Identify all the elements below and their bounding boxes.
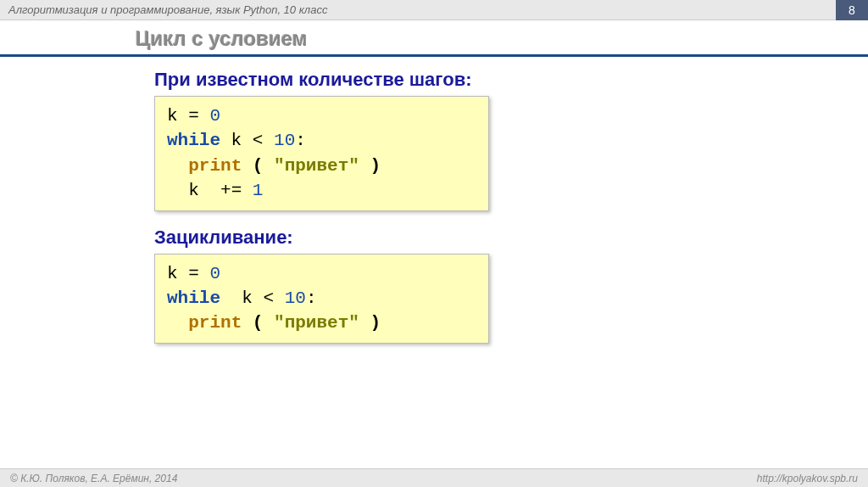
- code-line: while k < 10:: [167, 286, 476, 311]
- footer-copyright: © К.Ю. Поляков, Е.А. Ерёмин, 2014: [10, 473, 177, 484]
- header-title: Алгоритмизация и программирование, язык …: [8, 3, 327, 16]
- code-block-1: k = 0 while k < 10: print ( "привет" ) k…: [154, 96, 489, 211]
- code-line: k += 1: [167, 178, 476, 203]
- code-line: print ( "привет" ): [167, 154, 476, 178]
- footer: © К.Ю. Поляков, Е.А. Ерёмин, 2014 http:/…: [0, 468, 868, 487]
- slide-title: Цикл с условием: [0, 20, 868, 54]
- content: При известном количестве шагов: k = 0 wh…: [0, 57, 868, 344]
- code-line: k = 0: [167, 104, 476, 128]
- code-block-2: k = 0 while k < 10: print ( "привет" ): [154, 254, 489, 344]
- header: Алгоритмизация и программирование, язык …: [0, 0, 868, 20]
- code-line: k = 0: [167, 261, 476, 286]
- section2-title: Зацикливание:: [154, 227, 868, 249]
- section1-title: При известном количестве шагов:: [154, 69, 868, 91]
- code-line: print ( "привет" ): [167, 311, 476, 335]
- page-number: 8: [836, 0, 868, 20]
- code-line: while k < 10:: [167, 128, 476, 153]
- footer-url: http://kpolyakov.spb.ru: [757, 473, 858, 484]
